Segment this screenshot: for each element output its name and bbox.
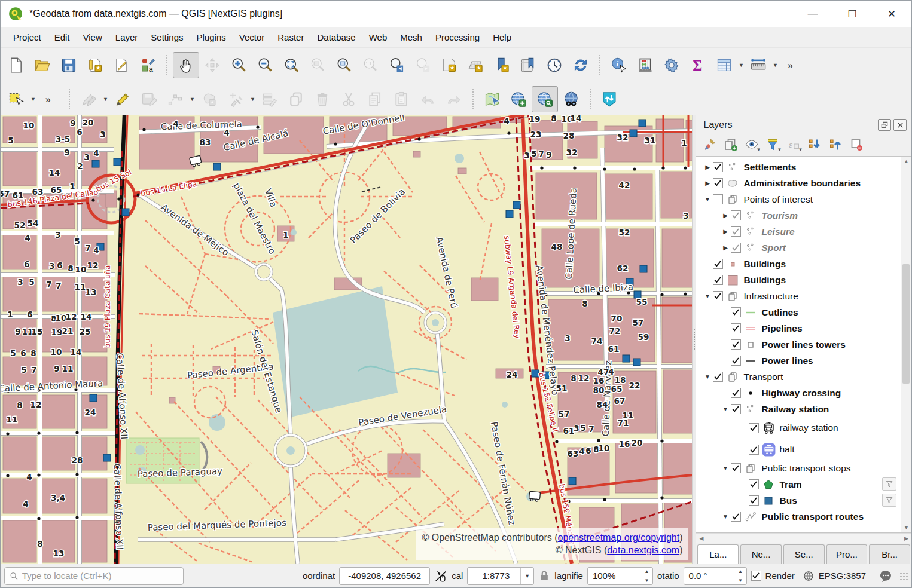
layer-checkbox[interactable] [749,495,759,506]
panel-tab-se[interactable]: Se... [783,544,825,564]
new-project-button[interactable] [3,52,29,78]
panel-splitter[interactable] [692,115,696,564]
vertex-tool-button[interactable] [222,86,249,112]
menu-processing[interactable]: Processing [429,29,486,45]
locate-input[interactable] [22,571,178,581]
layer-row-cutlines[interactable]: Cutlines [696,304,911,320]
layer-checkbox[interactable] [713,178,723,188]
layer-checkbox[interactable] [749,423,759,433]
layer-checkbox[interactable] [713,162,723,172]
panel-tab-ne[interactable]: Ne... [740,544,782,564]
redo-button[interactable] [441,86,467,112]
menu-plugins[interactable]: Plugins [190,29,233,45]
menu-mesh[interactable]: Mesh [394,29,429,45]
extent-mouse-toggle-icon[interactable] [434,569,447,583]
close-button[interactable]: ✕ [872,1,911,27]
filter-legend-button[interactable]: ▼ [762,135,783,154]
zoom-in-button[interactable] [225,52,252,78]
layer-row-buildings[interactable]: Buildings [696,256,911,272]
measure-dropdown[interactable]: ▼ [771,52,779,78]
identify-features-button[interactable]: i [606,52,632,78]
digitize-line-button[interactable] [162,86,188,112]
chevron-down-icon[interactable]: ▼ [520,568,533,584]
collapse-all-button[interactable] [825,135,846,154]
digitize-shape-button[interactable] [196,86,222,112]
remove-layer-button[interactable] [846,135,867,154]
nextgis-data-sync-button[interactable] [596,86,623,112]
nextgis-link[interactable]: data.nextgis.com [607,545,679,555]
menu-project[interactable]: Project [7,29,48,45]
menu-raster[interactable]: Raster [271,29,310,45]
layer-checkbox[interactable] [713,194,723,204]
crs-globe-icon[interactable] [803,570,815,582]
zoom-native-button[interactable]: 1:1 [357,52,383,78]
layer-row-power-lines[interactable]: Power lines [696,353,911,369]
menu-database[interactable]: Database [310,29,362,45]
expander-icon[interactable]: ▶ [702,164,712,170]
lock-scale-icon[interactable] [538,570,550,582]
scale-combo[interactable]: 1:8773 ▼ [467,567,534,585]
new-bookmark-button[interactable] [489,52,515,78]
statistical-summary-button[interactable] [632,52,658,78]
spin-down-icon[interactable]: ▼ [738,578,743,583]
layer-row-tram[interactable]: Tram [696,476,911,492]
temporal-controller-button[interactable] [541,52,568,78]
float-panel-icon[interactable] [878,119,891,131]
layer-row-points-of-interest[interactable]: ▼Points of interest [696,191,911,207]
current-edits-dropdown[interactable]: ▼ [102,86,109,112]
zoom-to-selection-button[interactable] [304,52,331,78]
expander-icon[interactable]: ▼ [720,406,730,412]
zoom-to-layer-button[interactable] [331,52,357,78]
layer-row-pipelines[interactable]: Pipelines [696,320,911,336]
layer-row-transport[interactable]: ▼Transport [696,369,911,385]
select-features-dropdown[interactable]: ▼ [29,86,37,112]
save-edits-button[interactable] [136,86,162,112]
open-layer-styling-button[interactable] [700,135,720,154]
nextgis-connect-add-button[interactable] [505,86,532,112]
refresh-map-button[interactable] [568,52,594,78]
zoom-full-extent-button[interactable] [278,52,304,78]
show-bookmarks-button[interactable] [515,52,541,78]
layer-checkbox[interactable] [731,323,741,333]
locate-box[interactable] [4,567,184,585]
menu-web[interactable]: Web [362,29,394,45]
filter-expression-button[interactable]: ε▼ [783,135,804,154]
layer-filter-icon[interactable] [882,477,896,491]
expander-icon[interactable]: ▶ [720,244,730,251]
scroll-left-icon[interactable]: ◀ [696,534,706,543]
pan-to-selection-button[interactable] [199,52,225,78]
layer-row-halt[interactable]: halt [696,439,911,460]
spin-up-icon[interactable]: ▲ [644,569,649,574]
messages-icon[interactable] [879,569,893,583]
expander-icon[interactable]: ▶ [720,228,730,235]
menu-view[interactable]: View [77,29,109,45]
layer-row-tourism[interactable]: ▶Tourism [696,207,911,223]
modify-attributes-button[interactable] [257,86,283,112]
layer-row-administrative-boundaries[interactable]: ▶Administrative boundaries [696,175,911,191]
expander-icon[interactable]: ▼ [720,465,730,471]
layer-row-buildings[interactable]: Buildings [696,272,911,288]
render-checkbox[interactable] [751,571,761,581]
layer-checkbox[interactable] [731,356,741,366]
layer-tree-hscrollbar[interactable]: ◀ ▶ [696,533,911,543]
paste-features-button[interactable] [388,86,414,112]
layer-filter-icon[interactable] [882,494,896,507]
layer-checkbox[interactable] [731,226,741,237]
new-3d-map-view-button[interactable] [462,52,489,78]
spin-up-icon[interactable]: ▲ [738,569,743,574]
layer-row-public-transport-routes[interactable]: ▼Public transport routes [696,509,911,525]
layer-checkbox[interactable] [713,275,723,285]
crs-label[interactable]: EPSG:3857 [819,571,866,581]
attribute-table-dropdown[interactable]: ▼ [737,52,745,78]
zoom-next-button[interactable] [410,52,436,78]
resize-grip[interactable] [899,572,908,580]
layer-row-sport[interactable]: ▶Sport [696,240,911,256]
expander-icon[interactable]: ▶ [702,180,712,186]
layer-tree-vscrollbar[interactable]: ▲▼ [901,157,911,532]
zoom-out-button[interactable] [252,52,278,78]
attribute-table-button[interactable] [711,52,737,78]
layer-checkbox[interactable] [731,243,741,253]
layer-row-highway-crossing[interactable]: Highway crossing [696,385,911,401]
pan-map-button[interactable] [173,52,199,78]
maximize-button[interactable]: ☐ [832,1,872,27]
